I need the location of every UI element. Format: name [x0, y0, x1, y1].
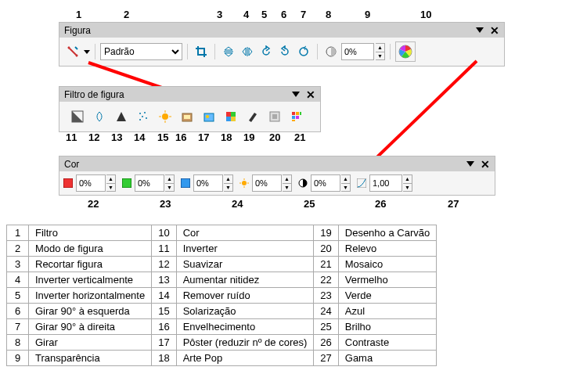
label-18: 18 — [221, 131, 232, 143]
noise-button[interactable] — [135, 108, 152, 125]
svg-rect-18 — [204, 113, 214, 121]
popart-button[interactable] — [222, 108, 239, 125]
figura-toolbar: Padrão ▲▼ — [59, 38, 504, 66]
svg-point-0 — [300, 48, 308, 56]
legend-text: Filtro — [29, 225, 152, 241]
legend-row: 5Inverter horizontalmente14Remover ruído… — [7, 288, 437, 304]
transparency-input[interactable] — [341, 43, 374, 60]
legend-text: Pôster (reduzir nº de cores) — [176, 335, 314, 351]
mosaic-button[interactable] — [288, 108, 305, 125]
label-10: 10 — [420, 9, 431, 20]
svg-rect-34 — [181, 178, 190, 188]
green-spinner[interactable]: ▲▼ — [165, 174, 175, 192]
legend-text: Cor — [176, 225, 314, 241]
brightness-input[interactable] — [252, 174, 282, 192]
svg-point-9 — [146, 117, 147, 119]
svg-rect-30 — [296, 116, 299, 119]
contrast-spinner[interactable]: ▲▼ — [341, 174, 351, 192]
legend-text: Verde — [338, 288, 436, 304]
svg-rect-23 — [231, 117, 236, 121]
legend-text: Brilho — [338, 319, 436, 335]
gamma-spinner[interactable]: ▲▼ — [403, 174, 412, 192]
legend-text: Solarização — [176, 304, 314, 319]
close-icon[interactable]: ✕ — [481, 158, 490, 171]
filter-button[interactable] — [64, 43, 81, 60]
charcoal-button[interactable] — [244, 108, 261, 125]
legend-num: 1 — [7, 225, 29, 241]
svg-point-8 — [142, 116, 143, 117]
panel-menu-icon[interactable] — [466, 161, 474, 167]
label-24: 24 — [232, 198, 243, 210]
cor-toolbar: ▲▼ ▲▼ ▲▼ ▲▼ ▲▼ ▲▼ — [59, 171, 495, 195]
panel-menu-icon[interactable] — [476, 27, 484, 33]
rotate-button[interactable] — [295, 43, 312, 60]
label-4: 4 — [243, 9, 249, 20]
blue-spinner[interactable]: ▲▼ — [224, 174, 233, 192]
gamma-input[interactable] — [369, 174, 402, 192]
legend-num: 22 — [314, 272, 338, 288]
label-16: 16 — [175, 131, 186, 143]
crop-button[interactable] — [193, 43, 210, 60]
mode-select[interactable]: Padrão — [100, 43, 182, 60]
figura-title: Figura — [64, 25, 91, 36]
legend-num: 12 — [152, 257, 176, 272]
rotate-left-button[interactable] — [257, 43, 275, 60]
sharpen-button[interactable] — [113, 108, 130, 125]
blue-input[interactable] — [193, 174, 223, 192]
brightness-spinner[interactable]: ▲▼ — [283, 174, 292, 192]
svg-rect-25 — [272, 114, 277, 119]
brightness-icon — [239, 178, 250, 189]
label-3: 3 — [217, 9, 222, 20]
legend-num: 11 — [152, 241, 176, 257]
legend-text: Arte Pop — [176, 351, 314, 366]
legend-text: Desenho a Carvão — [338, 225, 436, 241]
poster-button[interactable] — [200, 108, 218, 125]
contrast-input[interactable] — [311, 174, 340, 192]
close-icon[interactable]: ✕ — [490, 24, 499, 37]
cor-titlebar: Cor ✕ — [59, 156, 495, 171]
svg-point-6 — [139, 113, 141, 114]
smooth-button[interactable] — [91, 108, 108, 125]
invert-button[interactable] — [69, 108, 86, 125]
svg-rect-26 — [292, 112, 295, 115]
flip-horizontal-button[interactable] — [239, 43, 256, 60]
legend-num: 21 — [314, 257, 338, 272]
label-13: 13 — [111, 131, 122, 143]
legend-text: Envelhecimento — [176, 319, 314, 335]
svg-point-11 — [162, 113, 168, 120]
filtro-panel: Filtro de figura ✕ — [59, 86, 321, 132]
aging-button[interactable] — [178, 108, 196, 125]
legend-row: 6Girar 90° à esquerda15Solarização24Azul — [7, 304, 437, 319]
svg-rect-31 — [292, 120, 295, 121]
cor-panel: Cor ✕ ▲▼ ▲▼ ▲▼ ▲▼ ▲▼ ▲▼ — [59, 156, 495, 196]
filtro-title: Filtro de figura — [64, 89, 124, 100]
label-11: 11 — [66, 131, 77, 143]
legend-table: 1Filtro10Cor19Desenho a Carvão2Modo de f… — [6, 225, 437, 366]
color-button[interactable] — [395, 41, 416, 62]
legend-text: Azul — [338, 304, 436, 319]
svg-rect-33 — [122, 178, 131, 188]
legend-text: Remover ruído — [176, 288, 314, 304]
label-20: 20 — [269, 131, 280, 143]
red-input[interactable] — [76, 174, 106, 192]
gamma-icon — [356, 178, 367, 189]
legend-num: 24 — [314, 304, 338, 319]
relief-button[interactable] — [266, 108, 283, 125]
solarize-button[interactable] — [157, 108, 174, 125]
close-icon[interactable]: ✕ — [306, 88, 315, 101]
panel-menu-icon[interactable] — [292, 92, 300, 97]
legend-num: 8 — [7, 335, 29, 351]
filter-dropdown-icon[interactable] — [84, 50, 90, 54]
figura-titlebar: Figura ✕ — [59, 23, 504, 38]
legend-num: 23 — [314, 288, 338, 304]
legend-row: 7Girar 90° à direita16Envelhecimento25Br… — [7, 319, 437, 335]
legend-text: Gama — [338, 351, 436, 366]
svg-rect-28 — [300, 112, 301, 115]
svg-point-19 — [206, 115, 209, 118]
transparency-spinner[interactable]: ▲▼ — [376, 43, 385, 60]
red-spinner[interactable]: ▲▼ — [106, 174, 116, 192]
label-6: 6 — [281, 9, 286, 20]
green-input[interactable] — [135, 174, 164, 192]
rotate-right-button[interactable] — [276, 43, 294, 60]
flip-vertical-button[interactable] — [220, 43, 237, 60]
